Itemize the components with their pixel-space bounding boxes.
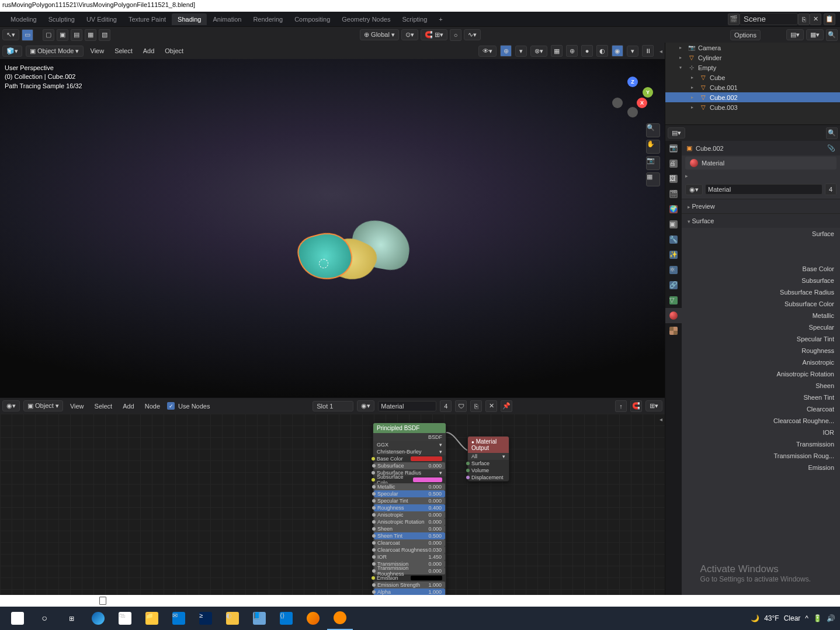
prop-row-specular-tint[interactable]: Specular Tint: [682, 333, 840, 345]
sidebar-toggle-icon[interactable]: ◂: [659, 48, 662, 54]
tab-sculpting[interactable]: Sculpting: [43, 13, 81, 25]
material-name-input[interactable]: [378, 401, 436, 411]
material-unlink-icon[interactable]: ✕: [485, 400, 497, 412]
pin-icon[interactable]: 📌: [501, 400, 512, 412]
xray-icon[interactable]: ▦: [551, 45, 563, 57]
prop-tab-modifiers[interactable]: 🔧: [665, 232, 682, 247]
view-menu[interactable]: View: [87, 47, 108, 54]
outliner-item-empty[interactable]: ▾⊹Empty: [665, 63, 840, 72]
node-material-output[interactable]: ● Material Output All▾ Surface Volume Di…: [467, 436, 509, 482]
tab-compositing[interactable]: Compositing: [289, 13, 336, 25]
node-header[interactable]: Principled BSDF: [373, 423, 446, 433]
select-tool-icon[interactable]: ▭: [22, 29, 33, 41]
parent-node-icon[interactable]: ↑: [615, 400, 627, 412]
snap-node-icon[interactable]: 🧲: [630, 400, 642, 412]
node-input-surface[interactable]: Surface: [468, 460, 509, 467]
pan-icon[interactable]: ✋: [646, 140, 660, 154]
prop-tab-object[interactable]: ▣: [665, 217, 682, 232]
node-principled-bsdf[interactable]: Principled BSDF BSDF GGX▾ Christensen-Bu…: [373, 423, 446, 617]
proportional-icon[interactable]: ○: [450, 29, 461, 41]
panel-preview[interactable]: Preview: [682, 199, 840, 213]
outliner-item-cylinder[interactable]: ▸▽Cylinder: [665, 53, 840, 63]
prop-tab-physics[interactable]: ⚛: [665, 262, 682, 278]
prop-row-clearcoat[interactable]: Clearcoat: [682, 403, 840, 415]
prop-row-subsurface[interactable]: Subsurface: [682, 275, 840, 286]
scene-delete-icon[interactable]: ✕: [810, 13, 821, 25]
disclosure-icon[interactable]: ▸: [679, 45, 685, 50]
options-dropdown[interactable]: Options: [730, 30, 761, 40]
gizmo-neg-axis[interactable]: [612, 98, 623, 108]
prop-tab-viewlayer[interactable]: 🖼: [665, 171, 682, 186]
node-select-menu[interactable]: Select: [91, 403, 116, 410]
props-display-dropdown[interactable]: ▤▾: [668, 127, 685, 139]
prop-row-sheen-tint[interactable]: Sheen Tint: [682, 392, 840, 403]
tab-geometrynodes[interactable]: Geometry Nodes: [336, 13, 396, 25]
prop-row-subsurface-radius[interactable]: Subsurface Radius: [682, 286, 840, 298]
pivot-dropdown[interactable]: ⊙▾: [401, 29, 418, 40]
tab-rendering[interactable]: Rendering: [247, 13, 289, 25]
prop-row-emission[interactable]: Emission: [682, 462, 840, 473]
orientation-dropdown[interactable]: ⊕ Global ▾: [360, 29, 399, 40]
disclosure-icon[interactable]: ▸: [691, 85, 697, 90]
prop-row-specular[interactable]: Specular: [682, 321, 840, 333]
tab-uvediting[interactable]: UV Editing: [81, 13, 123, 25]
select-mode-1-icon[interactable]: ▢: [43, 29, 54, 41]
mode-dropdown[interactable]: ▣ Object Mode ▾: [26, 46, 84, 57]
zoom-icon[interactable]: 🔍: [646, 123, 660, 137]
overlay-dropdown[interactable]: ⊗▾: [530, 46, 547, 57]
tab-shading[interactable]: Shading: [172, 13, 207, 25]
node-input-subsurface[interactable]: Subsurface0.000: [374, 462, 445, 469]
gizmo-toggle-icon[interactable]: ⊕: [500, 45, 512, 57]
node-input-ior[interactable]: IOR1.450: [374, 553, 445, 560]
snap-node-dropdown[interactable]: ⊞▾: [645, 400, 662, 411]
node-target-select[interactable]: All▾: [468, 453, 509, 460]
panel-surface[interactable]: Surface: [682, 213, 840, 228]
node-input-emission[interactable]: Emission: [373, 574, 446, 581]
scene-icon[interactable]: 🎬: [728, 13, 740, 25]
disclosure-icon[interactable]: ▾: [679, 65, 685, 70]
color-swatch[interactable]: [413, 477, 442, 482]
node-input-transmission-roughness[interactable]: Transmission Roughness0.000: [374, 567, 445, 574]
select-mode-2-icon[interactable]: ▣: [57, 29, 68, 41]
store-icon[interactable]: 🛍: [112, 607, 138, 630]
gizmo-dropdown[interactable]: ▾: [515, 46, 527, 57]
material-slot[interactable]: Material: [685, 157, 836, 169]
node-input-roughness[interactable]: Roughness0.400: [374, 504, 445, 511]
prop-row-transmission[interactable]: Transmission: [682, 438, 840, 450]
sidebar-toggle-icon[interactable]: ◂: [659, 416, 662, 423]
editor-type-3dview[interactable]: 🧊▾: [2, 46, 22, 57]
outliner-search-icon[interactable]: 🔍: [826, 29, 838, 41]
prop-tab-material[interactable]: [665, 308, 682, 323]
node-header[interactable]: ● Material Output: [468, 437, 509, 453]
node-input-clearcoat-roughness[interactable]: Clearcoat Roughness0.030: [374, 546, 445, 553]
shading-rendered-icon[interactable]: ◉: [612, 45, 623, 57]
node-distribution-select[interactable]: GGX▾: [373, 441, 446, 448]
outliner-item-cube-001[interactable]: ▸▽Cube.001: [665, 82, 840, 92]
node-input-emission-strength[interactable]: Emission Strength1.000: [374, 581, 445, 589]
prop-row-clearcoat-roughne-[interactable]: Clearcoat Roughne...: [682, 415, 840, 427]
camera-view-icon[interactable]: 📷: [646, 156, 660, 170]
node-input-metallic[interactable]: Metallic0.000: [374, 483, 445, 490]
expand-icon[interactable]: ▸: [685, 173, 688, 179]
tray-icon2[interactable]: 🔊: [827, 614, 835, 622]
mail-icon[interactable]: ✉: [166, 607, 192, 630]
outliner-display-dropdown[interactable]: ▦▾: [806, 29, 824, 40]
prop-tab-scene[interactable]: 🎬: [665, 186, 682, 202]
node-input-specular[interactable]: Specular0.500: [374, 490, 445, 497]
viewport-3d[interactable]: User Perspective (0) Collection | Cube.0…: [0, 59, 665, 397]
powershell-icon[interactable]: ≥: [193, 607, 218, 630]
tray-chevron-icon[interactable]: ^: [805, 614, 808, 622]
prop-row-roughness[interactable]: Roughness: [682, 345, 840, 356]
prop-row-transmission-roug-[interactable]: Transmission Roug...: [682, 450, 840, 462]
node-input-displacement[interactable]: Displacement: [468, 474, 509, 481]
tab-modeling[interactable]: Modeling: [5, 13, 43, 25]
explorer-icon[interactable]: 📁: [139, 607, 165, 630]
tray-icon[interactable]: 🔋: [813, 614, 822, 622]
shading-options[interactable]: ▾: [627, 46, 638, 57]
viewlayer-icon[interactable]: 📋: [824, 13, 835, 25]
shading-matprev-icon[interactable]: ◐: [596, 45, 608, 57]
outliner[interactable]: ▸📷Camera▸▽Cylinder▾⊹Empty▸▽Cube▸▽Cube.00…: [665, 43, 840, 124]
disclosure-icon[interactable]: ▸: [691, 95, 697, 100]
node-input-anisotropic-rotation[interactable]: Anisotropic Rotation0.000: [374, 518, 445, 525]
prop-row-anisotropic[interactable]: Anisotropic: [682, 356, 840, 368]
